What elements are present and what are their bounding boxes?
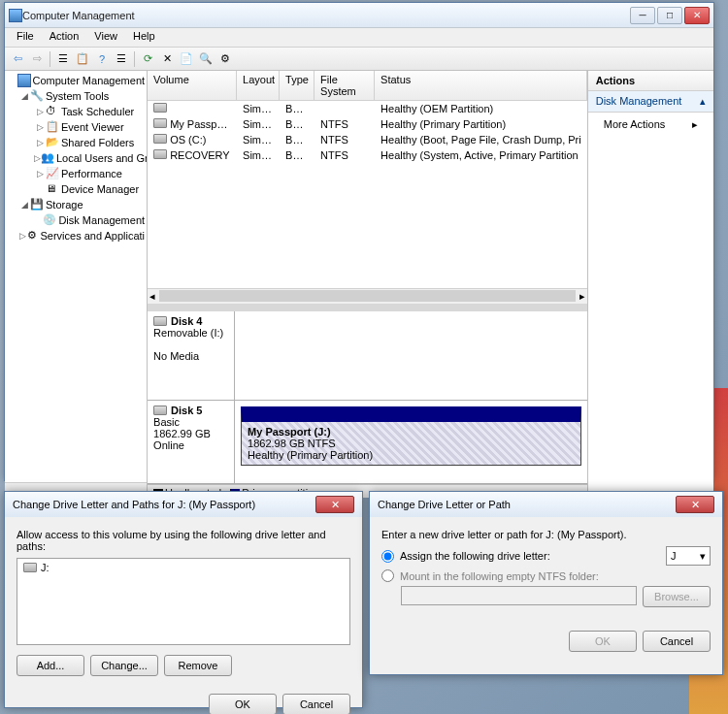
ok-button[interactable]: OK	[209, 694, 277, 714]
tree-panel: Computer Management ◢🔧System Tools ▷⏱Tas…	[5, 71, 148, 498]
drive-icon	[153, 149, 167, 159]
volume-row[interactable]: My Passport (J:) Simple Basic NTFS Healt…	[148, 116, 587, 132]
instruction-text: Allow access to this volume by using the…	[17, 529, 350, 552]
tree-performance[interactable]: ▷📈Performance	[7, 166, 145, 181]
disk-area: Disk 4 Removable (I:) No Media Disk 5 Ba…	[148, 304, 587, 499]
toolbar-icon[interactable]: ☰	[113, 50, 130, 68]
dialog-title: Change Drive Letter and Paths for J: (My…	[13, 499, 255, 510]
dialog-title: Change Drive Letter or Path	[378, 499, 511, 510]
disk-status: No Media	[153, 350, 228, 362]
drive-icon	[153, 134, 167, 144]
toolbar-icon[interactable]: ✕	[158, 50, 176, 68]
radio-mount[interactable]: Mount in the following empty NTFS folder…	[381, 569, 711, 582]
instruction-text: Enter a new drive letter or path for J: …	[381, 529, 711, 540]
tree-root[interactable]: Computer Management	[7, 73, 145, 88]
disk-sub: Basic	[153, 416, 228, 428]
drive-letter-combo[interactable]: J▾	[666, 546, 711, 566]
tools-icon: 🔧	[30, 89, 44, 103]
volume-header: Volume Layout Type File System Status	[148, 71, 587, 101]
forward-button[interactable]: ⇨	[28, 50, 46, 68]
log-icon: 📋	[46, 120, 59, 134]
minimize-button[interactable]: ─	[630, 7, 655, 24]
volume-row[interactable]: RECOVERY Simple Basic NTFS Healthy (Syst…	[148, 147, 587, 163]
tree-task-scheduler[interactable]: ▷⏱Task Scheduler	[7, 104, 145, 119]
volume-panel: Volume Layout Type File System Status Si…	[148, 71, 587, 498]
maximize-button[interactable]: □	[657, 7, 682, 24]
disk-name: Disk 5	[171, 405, 202, 416]
remove-button[interactable]: Remove	[164, 655, 232, 676]
actions-header: Actions	[588, 71, 713, 91]
close-button[interactable]: ✕	[684, 7, 710, 24]
refresh-icon[interactable]: ⟳	[139, 50, 156, 68]
chevron-down-icon: ▾	[700, 550, 706, 563]
radio-assign-input[interactable]	[381, 550, 394, 563]
tree-storage[interactable]: ◢💾Storage	[7, 197, 145, 212]
tree-device-manager[interactable]: 🖥Device Manager	[7, 181, 145, 197]
services-icon: ⚙	[27, 229, 38, 243]
toolbar-icon[interactable]: ⚙	[216, 50, 234, 68]
tree-system-tools[interactable]: ◢🔧System Tools	[7, 88, 145, 104]
titlebar[interactable]: Computer Management ─ □ ✕	[5, 3, 713, 28]
menu-action[interactable]: Action	[42, 28, 87, 47]
more-actions[interactable]: More Actions▸	[588, 113, 713, 137]
volume-row[interactable]: OS (C:) Simple Basic NTFS Healthy (Boot,…	[148, 132, 587, 147]
tree-disk-management[interactable]: 💿Disk Management	[7, 212, 145, 228]
device-icon: 🖥	[46, 182, 59, 196]
col-layout[interactable]: Layout	[237, 71, 280, 100]
toolbar: ⇦ ⇨ ☰ 📋 ? ☰ ⟳ ✕ 📄 🔍 ⚙	[5, 48, 713, 71]
disk-icon	[153, 406, 167, 415]
change-letter-dialog: Change Drive Letter or Path ✕ Enter a ne…	[369, 491, 723, 675]
tree-event-viewer[interactable]: ▷📋Event Viewer	[7, 119, 145, 135]
disk-4-panel[interactable]: Disk 4 Removable (I:) No Media	[148, 311, 587, 401]
users-icon: 👥	[41, 151, 54, 165]
browse-button[interactable]: Browse...	[643, 586, 711, 607]
drive-icon	[153, 118, 167, 128]
add-button[interactable]: Add...	[17, 655, 84, 676]
change-paths-dialog: Change Drive Letter and Paths for J: (My…	[4, 491, 363, 708]
arrow-right-icon: ▸	[692, 118, 698, 131]
removable-icon	[153, 316, 167, 326]
disk-5-panel[interactable]: Disk 5 Basic 1862.99 GB Online My Passpo…	[148, 401, 587, 484]
disk-icon: 💿	[43, 213, 56, 227]
close-button[interactable]: ✕	[315, 496, 354, 513]
menu-help[interactable]: Help	[125, 28, 163, 47]
tree-local-users[interactable]: ▷👥Local Users and Gr	[7, 150, 145, 166]
menu-file[interactable]: File	[9, 28, 42, 47]
col-status[interactable]: Status	[375, 71, 587, 100]
mount-path-input[interactable]	[401, 586, 637, 605]
close-button[interactable]: ✕	[676, 496, 714, 513]
actions-sub[interactable]: Disk Management▴	[588, 91, 713, 113]
tree-shared-folders[interactable]: ▷📂Shared Folders	[7, 135, 145, 150]
perf-icon: 📈	[46, 167, 59, 180]
col-type[interactable]: Type	[280, 71, 314, 100]
tree-services[interactable]: ▷⚙Services and Applicati	[7, 228, 145, 243]
dialog-titlebar[interactable]: Change Drive Letter and Paths for J: (My…	[5, 492, 362, 517]
toolbar-icon[interactable]: ☰	[54, 50, 72, 68]
volume-hscrollbar[interactable]: ◂▸	[148, 288, 587, 304]
cancel-button[interactable]: Cancel	[643, 631, 711, 652]
disk-sub: Removable (I:)	[153, 327, 228, 339]
toolbar-icon[interactable]: 📄	[178, 50, 195, 68]
help-icon[interactable]: ?	[93, 50, 111, 68]
folder-icon: 📂	[46, 136, 59, 149]
menu-view[interactable]: View	[86, 28, 125, 47]
list-item[interactable]: J:	[19, 561, 347, 574]
radio-assign[interactable]: Assign the following drive letter: J▾	[381, 546, 711, 566]
paths-listbox[interactable]: J:	[17, 558, 350, 645]
back-button[interactable]: ⇦	[9, 50, 26, 68]
col-fs[interactable]: File System	[314, 71, 375, 100]
volume-size: 1862.98 GB NTFS	[248, 438, 575, 449]
change-button[interactable]: Change...	[90, 655, 158, 676]
radio-mount-input[interactable]	[381, 569, 394, 582]
toolbar-icon[interactable]: 📋	[74, 50, 91, 68]
cancel-button[interactable]: Cancel	[282, 694, 350, 714]
ok-button[interactable]: OK	[569, 631, 637, 652]
volume-rows: Simple Basic Healthy (OEM Partition) My …	[148, 101, 587, 288]
dialog-titlebar[interactable]: Change Drive Letter or Path ✕	[370, 492, 722, 517]
volume-row[interactable]: Simple Basic Healthy (OEM Partition)	[148, 101, 587, 116]
volume-status: Healthy (Primary Partition)	[248, 449, 575, 461]
computer-management-window: Computer Management ─ □ ✕ File Action Vi…	[4, 2, 714, 481]
toolbar-icon[interactable]: 🔍	[197, 50, 215, 68]
disk-volume-selected[interactable]: My Passport (J:) 1862.98 GB NTFS Healthy…	[241, 406, 581, 466]
col-volume[interactable]: Volume	[148, 71, 237, 100]
